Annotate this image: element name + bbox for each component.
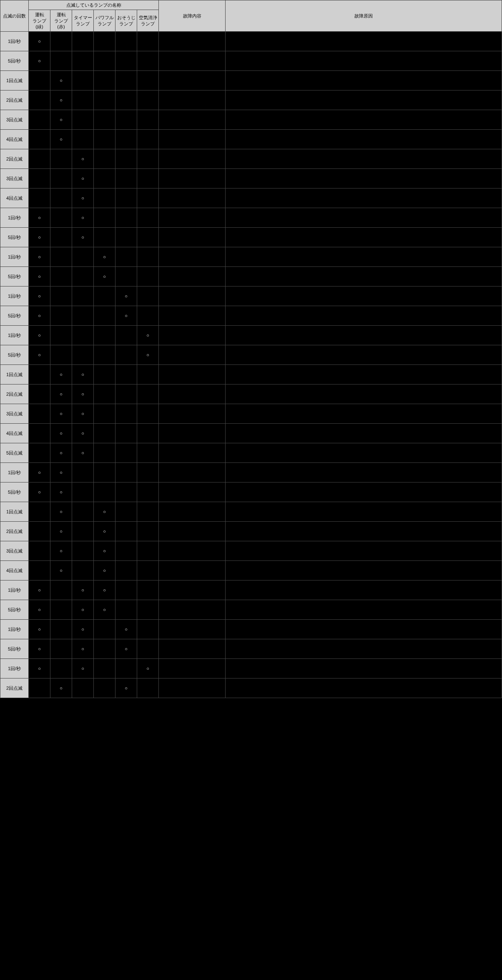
- cell-lamp-2: [72, 51, 94, 71]
- cell-lamp-3: [94, 326, 115, 345]
- cell-content: [159, 130, 226, 149]
- cell-lamp-1: ○: [50, 482, 72, 502]
- cell-content: [159, 110, 226, 130]
- cell-content: [159, 580, 226, 600]
- cell-lamp-4: [115, 32, 137, 51]
- cell-lamp-2: ○: [72, 580, 94, 600]
- cell-lamp-4: [115, 541, 137, 561]
- cell-lamp-1: [50, 149, 72, 169]
- cell-lamp-4: [115, 130, 137, 149]
- cell-lamp-4: [115, 384, 137, 404]
- cell-cause: [226, 208, 502, 228]
- table-row: 4回点滅○○: [0, 424, 502, 443]
- cell-cause: [226, 345, 502, 365]
- cell-content: [159, 326, 226, 345]
- cell-lamp-5: [137, 247, 159, 267]
- cell-count: 4回点滅: [0, 188, 29, 208]
- cell-lamp-3: [94, 149, 115, 169]
- cell-cause: [226, 71, 502, 90]
- cell-lamp-3: [94, 208, 115, 228]
- cell-content: [159, 678, 226, 698]
- cell-lamp-1: [50, 306, 72, 326]
- cell-lamp-2: [72, 306, 94, 326]
- cell-lamp-3: ○: [94, 267, 115, 286]
- cell-lamp-3: [94, 51, 115, 71]
- cell-lamp-1: [50, 169, 72, 188]
- cell-lamp-4: [115, 522, 137, 541]
- cell-lamp-1: ○: [50, 384, 72, 404]
- table-row: 2回点滅○○: [0, 384, 502, 404]
- cell-count: 5回/秒: [0, 306, 29, 326]
- cell-lamp-1: [50, 580, 72, 600]
- cell-count: 1回/秒: [0, 32, 29, 51]
- cell-lamp-5: [137, 443, 159, 463]
- cell-lamp-4: [115, 51, 137, 71]
- cell-count: 1回/秒: [0, 620, 29, 639]
- cell-lamp-5: [137, 267, 159, 286]
- table-row: 1回/秒○○○: [0, 620, 502, 639]
- cell-lamp-3: [94, 443, 115, 463]
- table-row: 1回/秒○○: [0, 247, 502, 267]
- cell-cause: [226, 443, 502, 463]
- cell-lamp-4: ○: [115, 306, 137, 326]
- cell-lamp-5: [137, 502, 159, 522]
- cell-count: 3回点滅: [0, 541, 29, 561]
- cell-lamp-2: [72, 561, 94, 580]
- cell-lamp-2: ○: [72, 600, 94, 620]
- cell-cause: [226, 384, 502, 404]
- cell-lamp-5: [137, 404, 159, 424]
- cell-count: 2回点滅: [0, 678, 29, 698]
- cell-lamp-3: [94, 130, 115, 149]
- cell-lamp-3: ○: [94, 580, 115, 600]
- cell-count: 1回/秒: [0, 326, 29, 345]
- cell-lamp-0: [29, 522, 50, 541]
- cell-lamp-3: ○: [94, 561, 115, 580]
- cell-content: [159, 169, 226, 188]
- cell-content: [159, 247, 226, 267]
- cell-lamp-2: [72, 286, 94, 306]
- cell-lamp-2: [72, 463, 94, 482]
- cell-content: [159, 443, 226, 463]
- cell-content: [159, 188, 226, 208]
- table-row: 5回/秒○○: [0, 345, 502, 365]
- cell-lamp-2: [72, 130, 94, 149]
- cell-lamp-5: [137, 463, 159, 482]
- cell-cause: [226, 306, 502, 326]
- cell-lamp-4: [115, 443, 137, 463]
- cell-lamp-1: [50, 51, 72, 71]
- table-row: 5回/秒○○○: [0, 600, 502, 620]
- cell-lamp-1: ○: [50, 561, 72, 580]
- cell-lamp-2: [72, 32, 94, 51]
- cell-cause: [226, 561, 502, 580]
- cell-cause: [226, 365, 502, 384]
- cell-lamp-1: [50, 267, 72, 286]
- cell-content: [159, 306, 226, 326]
- cell-cause: [226, 247, 502, 267]
- cell-lamp-5: [137, 561, 159, 580]
- cell-lamp-1: ○: [50, 463, 72, 482]
- cell-cause: [226, 188, 502, 208]
- cell-lamp-5: [137, 32, 159, 51]
- cell-lamp-1: [50, 620, 72, 639]
- cell-cause: [226, 424, 502, 443]
- cell-lamp-3: [94, 365, 115, 384]
- cell-lamp-0: ○: [29, 286, 50, 306]
- header-cause: 故障原因: [226, 0, 502, 32]
- cell-content: [159, 659, 226, 678]
- cell-lamp-2: ○: [72, 365, 94, 384]
- cell-lamp-3: [94, 463, 115, 482]
- cell-lamp-5: [137, 208, 159, 228]
- cell-lamp-1: ○: [50, 110, 72, 130]
- cell-count: 3回点滅: [0, 404, 29, 424]
- cell-lamp-3: [94, 286, 115, 306]
- cell-cause: [226, 404, 502, 424]
- cell-lamp-1: ○: [50, 424, 72, 443]
- table-row: 1回/秒○○: [0, 208, 502, 228]
- cell-lamp-1: [50, 208, 72, 228]
- table-row: 1回/秒○○○: [0, 580, 502, 600]
- cell-lamp-3: [94, 482, 115, 502]
- cell-lamp-1: ○: [50, 90, 72, 110]
- cell-lamp-0: ○: [29, 600, 50, 620]
- cell-lamp-2: ○: [72, 228, 94, 247]
- cell-lamp-0: [29, 561, 50, 580]
